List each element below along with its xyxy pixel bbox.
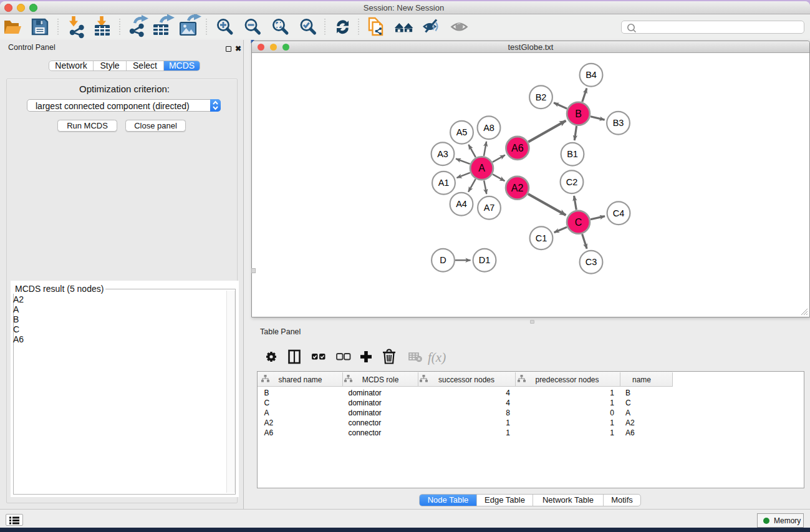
svg-text:C2: C2: [566, 177, 578, 187]
svg-text:D1: D1: [479, 255, 491, 265]
svg-text:C4: C4: [613, 208, 625, 218]
svg-text:C1: C1: [536, 233, 547, 243]
svg-text:A: A: [478, 163, 485, 173]
svg-text:A1: A1: [438, 178, 450, 188]
svg-text:C3: C3: [586, 257, 597, 267]
svg-text:f(x): f(x): [428, 350, 446, 365]
svg-text:A2: A2: [511, 183, 524, 193]
svg-text:B2: B2: [536, 92, 547, 102]
svg-text:A8: A8: [483, 123, 494, 133]
svg-text:A3: A3: [437, 149, 448, 159]
svg-text:A7: A7: [484, 203, 495, 213]
svg-text:A5: A5: [456, 127, 468, 137]
svg-text:B4: B4: [586, 70, 597, 80]
svg-text:C: C: [575, 217, 582, 228]
svg-text:A6: A6: [511, 143, 524, 153]
svg-text:B: B: [575, 109, 582, 119]
svg-text:A4: A4: [456, 199, 467, 209]
svg-text:B3: B3: [613, 118, 624, 128]
svg-text:B1: B1: [567, 149, 578, 159]
svg-text:D: D: [440, 255, 446, 265]
